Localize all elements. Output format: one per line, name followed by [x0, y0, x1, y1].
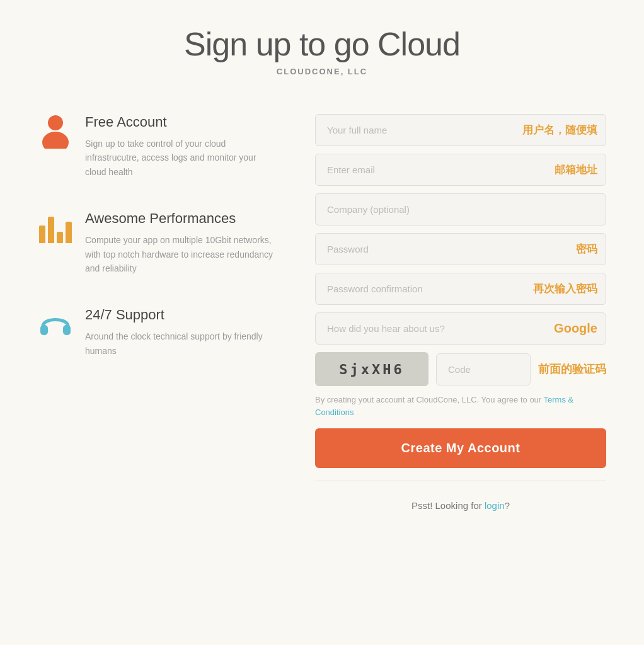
feature-support: 24/7 Support Around the clock technical …	[38, 307, 277, 358]
performance-desc: Compute your app on multiple 10Gbit netw…	[85, 233, 277, 275]
page-header: Sign up to go Cloud CLOUDCONE, LLC	[38, 25, 606, 76]
main-content: Free Account Sign up to take control of …	[38, 108, 606, 511]
email-field: 邮箱地址	[315, 154, 606, 186]
free-account-desc: Sign up to take control of your cloud in…	[85, 137, 277, 179]
performance-text: Awesome Performances Compute your app on…	[85, 210, 277, 275]
captcha-code-input[interactable]	[436, 353, 531, 385]
support-title: 24/7 Support	[85, 307, 277, 323]
email-input[interactable]	[315, 154, 606, 186]
feature-performance: Awesome Performances Compute your app on…	[38, 210, 277, 275]
svg-point-1	[42, 132, 69, 149]
company-input[interactable]	[315, 193, 606, 225]
features-panel: Free Account Sign up to take control of …	[38, 108, 277, 389]
password-input[interactable]	[315, 233, 606, 265]
create-account-button[interactable]: Create My Account	[315, 428, 606, 468]
password-field: 密码	[315, 233, 606, 265]
full-name-input[interactable]	[315, 114, 606, 146]
bars-icon	[38, 210, 72, 245]
full-name-field: 用户名，随便填	[315, 114, 606, 146]
free-account-text: Free Account Sign up to take control of …	[85, 114, 277, 179]
captcha-image: SjxXH6	[315, 352, 428, 386]
login-link[interactable]: login	[485, 500, 505, 511]
headphone-icon	[38, 307, 72, 341]
support-text: 24/7 Support Around the clock technical …	[85, 307, 277, 358]
referral-input[interactable]	[315, 312, 606, 345]
free-account-title: Free Account	[85, 114, 277, 130]
company-field	[315, 193, 606, 225]
password-confirm-field: 再次输入密码	[315, 273, 606, 305]
support-desc: Around the clock technical support by fr…	[85, 329, 277, 358]
password-confirm-input[interactable]	[315, 273, 606, 305]
page-title: Sign up to go Cloud	[38, 25, 606, 63]
svg-rect-3	[63, 325, 71, 335]
captcha-input-wrapper	[436, 353, 531, 385]
divider	[315, 481, 606, 481]
referral-field: Google	[315, 312, 606, 345]
terms-text: By creating yout account at CloudCone, L…	[315, 394, 606, 418]
captcha-annotation: 前面的验证码	[538, 362, 606, 377]
login-prompt: Psst! Looking for login?	[315, 500, 606, 511]
performance-title: Awesome Performances	[85, 210, 277, 227]
person-icon	[38, 114, 72, 149]
captcha-row: SjxXH6 前面的验证码	[315, 352, 606, 386]
svg-point-0	[48, 115, 63, 130]
signup-form: 用户名，随便填 邮箱地址 密码	[315, 108, 606, 511]
feature-free-account: Free Account Sign up to take control of …	[38, 114, 277, 179]
company-name: CLOUDCONE, LLC	[38, 67, 606, 76]
svg-rect-2	[40, 325, 48, 335]
